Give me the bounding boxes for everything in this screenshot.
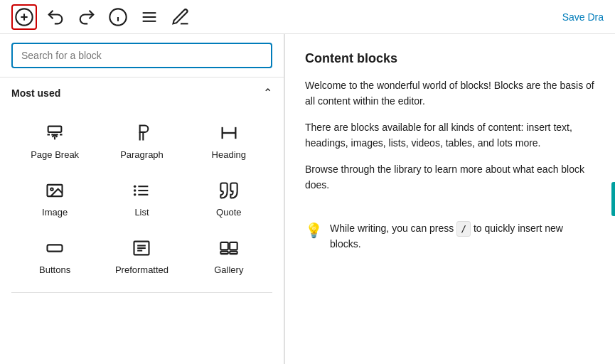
svg-rect-9 [48,127,62,132]
toolbar-right: Save Dra [562,11,604,23]
svg-rect-33 [230,252,237,255]
block-label-image: Image [42,207,68,218]
svg-rect-30 [220,242,228,250]
search-container [0,34,284,77]
divider [11,292,272,293]
svg-rect-32 [220,252,228,255]
block-item-buttons[interactable]: Buttons [11,226,98,284]
content-blocks-para-3: Browse through the library to learn more… [305,161,595,193]
redo-button[interactable] [74,4,100,30]
toolbar: Save Dra [0,0,615,34]
svg-point-24 [134,193,137,196]
save-draft-button[interactable]: Save Dra [562,11,604,23]
block-label-list: List [134,207,149,218]
svg-rect-31 [230,242,237,250]
content-blocks-para-2: There are blocks available for all kinds… [305,119,595,151]
blocks-grid: Page Break Paragraph [0,105,284,289]
block-label-heading: Heading [212,149,246,160]
tip-text: While writing, you can press / to quickl… [330,221,595,252]
preformatted-icon [132,237,151,259]
list-view-button[interactable] [137,4,162,30]
quote-icon [219,180,239,201]
list-icon [132,180,151,201]
toolbar-left [11,4,193,30]
most-used-title: Most used [11,87,60,99]
content-blocks-para-1: Welcome to the wonderful world of blocks… [305,77,595,109]
teal-accent [611,182,615,216]
undo-button[interactable] [43,4,68,30]
heading-icon [219,122,239,144]
page-break-icon [45,122,65,144]
block-label-buttons: Buttons [39,264,70,275]
block-label-paragraph: Paragraph [120,149,164,160]
most-used-header: Most used ⌃ [0,77,284,105]
svg-point-22 [134,185,137,188]
block-item-page-break[interactable]: Page Break [11,111,98,168]
block-label-quote: Quote [216,207,241,218]
block-item-quote[interactable]: Quote [186,168,272,226]
block-item-preformatted[interactable]: Preformatted [98,226,185,284]
svg-rect-25 [48,245,63,251]
block-label-page-break: Page Break [31,149,79,160]
tools-button[interactable] [168,4,193,30]
tip-text-before: While writing, you can press [330,223,454,234]
image-icon [45,180,65,201]
right-panel: Content blocks Welcome to the wonderful … [284,34,615,364]
main-area: Most used ⌃ Page Break [0,34,615,364]
block-item-list[interactable]: List [98,168,185,226]
block-item-heading[interactable]: Heading [186,111,272,168]
info-button[interactable] [105,4,131,30]
add-block-button[interactable] [11,4,37,30]
svg-point-23 [134,189,137,192]
content-blocks-title: Content blocks [305,51,595,66]
tip-area: 💡 While writing, you can press / to quic… [305,221,595,252]
tip-shortcut: / [456,221,471,237]
block-label-preformatted: Preformatted [115,264,169,275]
block-item-image[interactable]: Image [11,168,98,226]
gallery-icon [219,237,239,259]
block-item-paragraph[interactable]: Paragraph [98,111,185,168]
paragraph-icon [132,122,151,144]
svg-point-18 [50,188,53,191]
chevron-up-icon[interactable]: ⌃ [263,86,272,100]
block-label-gallery: Gallery [214,264,243,275]
search-input[interactable] [11,43,272,68]
buttons-icon [45,237,65,259]
block-item-gallery[interactable]: Gallery [186,226,272,284]
lightbulb-icon: 💡 [305,222,323,239]
block-inserter-panel: Most used ⌃ Page Break [0,34,284,364]
